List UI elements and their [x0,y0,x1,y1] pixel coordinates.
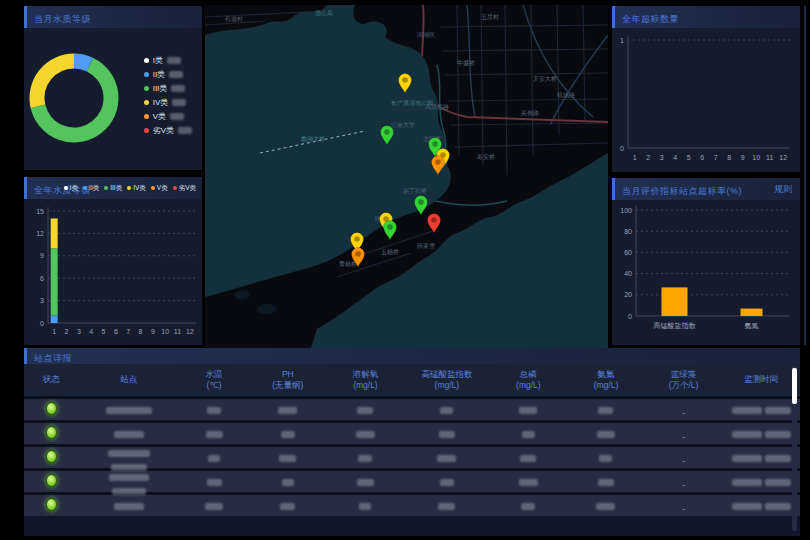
legend-value-redacted [178,127,192,134]
cell-状态 [24,401,78,419]
legend-item[interactable]: II类 [144,68,192,81]
redacted-station-name [111,464,147,471]
redacted-value [207,479,222,486]
legend-item[interactable]: III类 [144,82,192,95]
y-tick: 0 [628,313,632,320]
redacted-value [596,503,615,510]
panel-header: 当月水质等级 [24,6,202,28]
stacked-bar-segment-II类[interactable] [51,316,58,323]
legend-label: IV类 [133,177,146,199]
cell-站点 [78,401,179,419]
cell-站点 [78,468,179,495]
cell-监测时间 [722,497,800,515]
legend-dot [127,186,131,190]
legend-item[interactable]: III类 [104,177,122,199]
redacted-time [765,479,791,486]
cell-溶解氧 [327,497,405,515]
redacted-value [597,431,615,438]
legend-item[interactable]: V类 [144,110,192,123]
y-tick: 9 [40,252,44,259]
map-label: 青杨桥 [339,261,357,268]
x-tick: 高锰酸盐指数 [654,322,697,330]
legend-item[interactable]: 劣V类 [144,124,192,137]
legend-item[interactable]: I类 [144,54,192,67]
redacted-value [282,479,294,486]
cell-水温 [179,425,249,443]
stacked-bar-segment-III类[interactable] [51,248,58,315]
table-row[interactable]: - [24,396,800,420]
rate-bar-氨氮[interactable] [741,309,763,316]
panel-title: 当月水质等级 [34,14,91,24]
donut-slice-IV类[interactable] [37,61,74,106]
redacted-date [732,455,762,462]
legend-item[interactable]: IV类 [127,177,146,199]
column-header-监测时间: 监测时间 [722,374,800,385]
cell-溶解氧 [327,473,405,491]
map[interactable]: 石塘村渤公岛五星村滨湖区中盛桥蠡湖大桥天安大桥机场路高浪西路吴都路长广溪湿地公园… [205,5,608,348]
legend-item[interactable]: 劣V类 [173,177,196,199]
stacked-bar-segment-IV类[interactable] [51,218,58,248]
cell-监测时间 [722,401,800,419]
cell-水温 [179,473,249,491]
panel-year-exceed: 全年超标数量 01123456789101112 [612,6,800,172]
algae-value: - [682,456,685,465]
cell-总磷 [490,449,568,467]
cell-蓝绿藻: - [645,425,723,443]
cell-状态 [24,473,78,491]
cell-氨氮 [567,449,645,467]
rules-button[interactable]: 规则 [774,178,792,200]
cell-蓝绿藻: - [645,449,723,467]
redacted-value [522,431,535,438]
cell-蓝绿藻: - [645,473,723,491]
table-row[interactable]: - [24,468,800,492]
cell-总磷 [490,425,568,443]
redacted-value [438,503,455,510]
redacted-station-name [112,488,146,495]
legend-value-redacted [169,71,183,78]
table-row[interactable]: - [24,420,800,444]
redacted-value [358,455,372,462]
legend-label: III类 [110,177,122,199]
y-tick: 1 [620,37,624,44]
header-accent [612,178,615,200]
redacted-value [281,431,295,438]
map-label: 石塘村 [224,15,243,23]
table-scrollbar-thumb[interactable] [792,368,797,404]
column-header-蓝绿藻: 蓝绿藻(万个/L) [645,369,723,391]
map-label: 渤公岛 [315,10,333,17]
status-dot-normal [46,426,57,439]
redacted-value [357,407,373,414]
map-label: 机场路 [557,92,575,99]
table-scrollbar-track[interactable] [792,366,797,531]
legend-item[interactable]: II类 [83,177,99,199]
redacted-value [206,431,223,438]
legend-value-redacted [167,57,181,64]
x-tick: 1 [52,328,56,335]
cell-PH [249,449,327,467]
x-tick: 10 [161,328,169,335]
redacted-time [765,455,791,462]
rate-bar-高锰酸盐指数[interactable] [662,287,688,316]
cell-水温 [179,449,249,467]
x-tick: 11 [766,154,773,161]
legend-item[interactable]: IV类 [144,96,192,109]
table-row[interactable]: - [24,492,800,516]
redacted-station-name [114,503,144,510]
panel-month-quality: 当月水质等级 I类II类III类IV类V类劣V类 [24,6,202,170]
legend-item[interactable]: I类 [64,177,78,199]
redacted-date [732,479,762,486]
x-tick: 1 [633,154,637,161]
algae-value: - [682,432,685,441]
table-row[interactable]: - [24,444,800,468]
legend-label: 劣V类 [179,177,196,199]
x-tick: 5 [687,154,691,161]
cell-高锰酸盐指数 [404,497,489,515]
cell-监测时间 [722,473,800,491]
legend-value-redacted [171,85,185,92]
donut-slice-II类[interactable] [74,61,90,65]
redacted-date [732,431,762,438]
cell-监测时间 [722,425,800,443]
legend-item[interactable]: V类 [151,177,168,199]
legend-dot [151,186,155,190]
x-tick: 4 [673,154,677,161]
